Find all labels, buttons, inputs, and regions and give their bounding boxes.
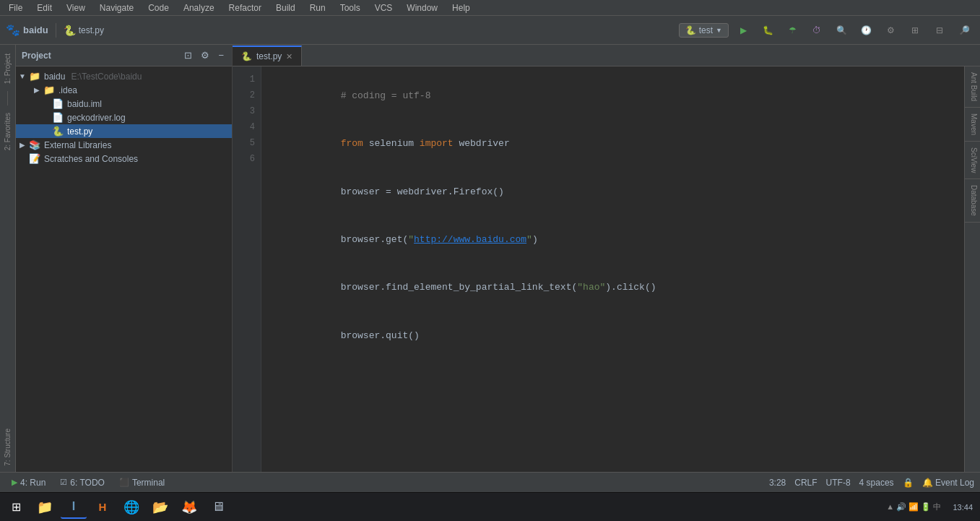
- todo-icon: ☑: [60, 478, 67, 487]
- todo-label: 6: TODO: [70, 478, 105, 488]
- left-strip: 1: Project 2: Favorites 7: Structure: [0, 45, 16, 472]
- code-line-6: browser.quit(): [273, 311, 964, 359]
- project-title: Project: [22, 51, 178, 61]
- code-line-3: browser = webdriver.Firefox(): [273, 168, 964, 216]
- editor-content[interactable]: 1 2 3 4 5 6 # coding = utf-8 from seleni…: [233, 66, 964, 472]
- code-import: import: [420, 138, 459, 149]
- arrow-idea: ▶: [33, 86, 40, 94]
- project-settings-btn[interactable]: ⚙: [199, 49, 212, 61]
- editor-tab-testpy[interactable]: 🐍 test.py ✕: [233, 46, 302, 66]
- project-scope-btn[interactable]: ⊡: [182, 49, 194, 61]
- tree-item-scratches[interactable]: ▶ 📝 Scratches and Consoles: [16, 152, 232, 165]
- run-config-selector[interactable]: 🐍 test ▼: [679, 23, 729, 38]
- right-tab-sciview[interactable]: SciView: [965, 142, 980, 179]
- taskbar-intellij[interactable]: I: [61, 496, 87, 519]
- editor-main: 1 2 3 4 5 6 # coding = utf-8 from seleni…: [233, 66, 980, 472]
- ext-libs-icon: 📚: [29, 139, 40, 150]
- chevron-down-icon: ▼: [716, 27, 722, 34]
- debug-button[interactable]: 🐛: [758, 20, 778, 40]
- menu-view[interactable]: View: [64, 2, 88, 14]
- terminal-panel-btn[interactable]: ⬛ Terminal: [113, 476, 170, 489]
- tree-item-baidu-iml[interactable]: ▶ 📄 baidu.iml: [16, 97, 232, 111]
- menu-edit[interactable]: Edit: [34, 2, 55, 14]
- file-encoding[interactable]: UTF-8: [826, 478, 851, 488]
- taskbar-pycharm[interactable]: 🖥: [205, 496, 231, 519]
- start-button[interactable]: ⊞: [3, 496, 29, 519]
- right-tab-maven[interactable]: Maven: [965, 108, 980, 142]
- right-tab-ant-build[interactable]: Ant Build: [965, 66, 980, 108]
- editor-tabs: 🐍 test.py ✕: [233, 45, 980, 66]
- right-tab-database[interactable]: Database: [965, 179, 980, 223]
- favorites-tab-vertical[interactable]: 2: Favorites: [2, 107, 13, 156]
- tab-close-btn[interactable]: ✕: [286, 52, 292, 61]
- menu-tools[interactable]: Tools: [337, 2, 363, 14]
- menu-refactor[interactable]: Refactor: [226, 2, 264, 14]
- menu-build[interactable]: Build: [273, 2, 298, 14]
- tree-item-geckodriver[interactable]: ▶ 📄 geckodriver.log: [16, 111, 232, 124]
- line-numbers: 1 2 3 4 5 6: [233, 66, 261, 472]
- taskbar-firefox[interactable]: 🦊: [176, 496, 202, 519]
- code-url: http://www.baidu.com: [414, 234, 526, 245]
- line-num-4: 4: [241, 120, 255, 136]
- search-everywhere-button[interactable]: 🔎: [954, 20, 974, 40]
- taskbar-explorer[interactable]: 📁: [32, 496, 58, 519]
- code-browser-assign: browser = webdriver.Firefox(): [341, 186, 504, 197]
- event-log-btn[interactable]: 🔔 Event Log: [922, 478, 974, 488]
- run-button[interactable]: ▶: [733, 20, 753, 40]
- tree-label-ext-libs: External Libraries: [44, 140, 111, 150]
- expand-button[interactable]: ⊞: [905, 20, 925, 40]
- folder-icon-baidu: 📁: [29, 71, 40, 82]
- taskbar-folder[interactable]: 📂: [147, 496, 173, 519]
- tree-label-idea: .idea: [58, 85, 77, 95]
- event-log-icon: 🔔: [922, 478, 933, 488]
- menu-navigate[interactable]: Navigate: [97, 2, 136, 14]
- python-icon: 🐍: [64, 25, 76, 36]
- logo-text: baidu: [23, 25, 48, 35]
- sys-tray-icons: ▲ 🔊 📶 🔋 中: [886, 501, 941, 512]
- tree-item-baidu[interactable]: ▼ 📁 baidu E:\TestCode\baidu: [16, 69, 232, 83]
- profile-button[interactable]: ⏱: [807, 20, 827, 40]
- editor-area: 🐍 test.py ✕ 1 2 3 4 5 6 #: [233, 45, 980, 472]
- menu-analyze[interactable]: Analyze: [181, 2, 217, 14]
- arrow-baidu: ▼: [19, 72, 26, 80]
- tree-item-idea[interactable]: ▶ 📁 .idea: [16, 83, 232, 97]
- tab-python-icon: 🐍: [241, 51, 252, 61]
- project-tab-vertical[interactable]: 1: Project: [2, 48, 13, 90]
- tab-label: test.py: [256, 51, 282, 61]
- menu-code[interactable]: Code: [145, 2, 172, 14]
- tree-label-baidu: baidu: [44, 72, 65, 82]
- menu-run[interactable]: Run: [307, 2, 329, 14]
- restore-button[interactable]: ⊟: [929, 20, 950, 40]
- taskbar-browser[interactable]: 🌐: [118, 496, 144, 519]
- find-usages-button[interactable]: 🔍: [831, 20, 851, 40]
- project-close-btn[interactable]: −: [216, 49, 226, 61]
- code-line-4: browser.get("http://www.baidu.com"): [273, 216, 964, 264]
- indent-info[interactable]: 4 spaces: [859, 478, 894, 488]
- line-separator[interactable]: CRLF: [794, 478, 817, 488]
- tree-label-scratches: Scratches and Consoles: [44, 154, 138, 164]
- taskbar-sys-tray: ▲ 🔊 📶 🔋 中: [882, 501, 945, 512]
- bookmark-button[interactable]: 🕐: [856, 20, 876, 40]
- terminal-label: Terminal: [132, 478, 165, 488]
- run-panel-btn[interactable]: ▶ 4: Run: [6, 476, 51, 489]
- code-line-2: from selenium import webdriver: [273, 120, 964, 168]
- taskbar-h[interactable]: H: [90, 496, 116, 519]
- settings-button[interactable]: ⚙: [880, 20, 901, 40]
- structure-tab-vertical[interactable]: 7: Structure: [2, 423, 13, 472]
- code-area[interactable]: # coding = utf-8 from selenium import we…: [261, 66, 964, 472]
- caret-position[interactable]: 3:28: [769, 478, 786, 488]
- tree-label-testpy: test.py: [67, 126, 92, 137]
- menu-file[interactable]: File: [6, 2, 25, 14]
- todo-panel-btn[interactable]: ☑ 6: TODO: [54, 476, 110, 489]
- nav-breadcrumb: 🐍 test.py: [64, 25, 104, 36]
- tree-item-external-libs[interactable]: ▶ 📚 External Libraries: [16, 138, 232, 152]
- line-num-2: 2: [241, 88, 255, 104]
- menu-help[interactable]: Help: [449, 2, 473, 14]
- line-num-3: 3: [241, 104, 255, 120]
- menu-vcs[interactable]: VCS: [372, 2, 396, 14]
- tree-item-testpy[interactable]: ▶ 🐍 test.py: [16, 124, 232, 138]
- git-lock-icon: 🔒: [903, 478, 914, 488]
- menu-window[interactable]: Window: [404, 2, 441, 14]
- coverage-button[interactable]: ☂: [782, 20, 802, 40]
- clock: 13:44: [948, 503, 977, 512]
